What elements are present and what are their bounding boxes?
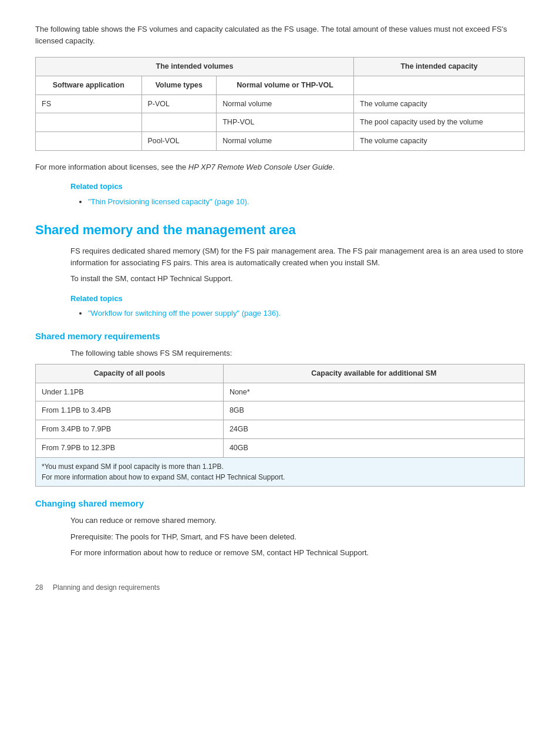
cell-34-79pb: From 3.4PB to 7.9PB [36, 420, 224, 439]
col-normal-thp: Normal volume or THP-VOL [217, 76, 354, 94]
col-capacity-all-pools: Capacity of all pools [36, 364, 224, 383]
thin-provisioning-link[interactable]: "Thin Provisioning licensed capacity" (p… [88, 197, 249, 206]
shared-memory-para-1: FS requires dedicated shared memory (SM)… [70, 245, 525, 268]
col-capacity-desc [354, 76, 525, 94]
cell-app-empty-1 [36, 113, 142, 132]
cell-app-fs: FS [36, 94, 142, 113]
cell-24gb: 24GB [223, 420, 524, 439]
table-row: From 1.1PB to 3.4PB 8GB [36, 401, 525, 420]
cell-79-123pb: From 7.9PB to 12.3PB [36, 438, 224, 457]
table-row: THP-VOL The pool capacity used by the vo… [36, 113, 525, 132]
shared-memory-requirements-heading: Shared memory requirements [35, 330, 525, 343]
shared-memory-section-heading: Shared memory and the management area [35, 220, 525, 239]
footnote-2: For more information about how to expand… [42, 473, 285, 481]
cell-normal-volume-1: Normal volume [217, 94, 354, 113]
table-row: Under 1.1PB None* [36, 383, 525, 401]
col-capacity-available: Capacity available for additional SM [223, 364, 524, 383]
page-number: 28 [35, 583, 43, 592]
page-footer: 28 Planning and design requirements [35, 582, 525, 593]
related-topics-list-2: "Workflow for switching off the power su… [88, 308, 525, 319]
col-software-application: Software application [36, 76, 142, 94]
footnote-cell: *You must expand SM if pool capacity is … [36, 457, 525, 486]
changing-shared-memory-para-1: You can reduce or remove shared memory. [70, 515, 525, 526]
changing-shared-memory-para-2: Prerequisite: The pools for THP, Smart, … [70, 531, 525, 543]
license-info: For more information about licenses, see… [35, 161, 525, 173]
table-row: Pool-VOL Normal volume The volume capaci… [36, 132, 525, 151]
cell-none: None* [223, 383, 524, 401]
intro-paragraph: The following table shows the FS volumes… [35, 23, 525, 46]
cell-thp-vol: THP-VOL [217, 113, 354, 132]
changing-shared-memory-para-3: For more information about how to reduce… [70, 547, 525, 559]
related-topics-heading-2: Related topics [70, 293, 525, 305]
col-intended-volumes: The intended volumes [36, 58, 354, 76]
changing-shared-memory-heading: Changing shared memory [35, 497, 525, 511]
cell-app-empty-2 [36, 132, 142, 151]
footnote-row: *You must expand SM if pool capacity is … [36, 457, 525, 486]
list-item: "Thin Provisioning licensed capacity" (p… [88, 196, 525, 208]
cell-pool-capacity: The pool capacity used by the volume [354, 113, 525, 132]
cell-under-11pb: Under 1.1PB [36, 383, 224, 401]
license-text-before: For more information about licenses, see… [35, 163, 188, 171]
footnote-1: *You must expand SM if pool capacity is … [42, 463, 224, 471]
license-italic: HP XP7 Remote Web Console User Guide [188, 163, 333, 171]
cell-normal-volume-2: Normal volume [217, 132, 354, 151]
fs-volumes-table: The intended volumes The intended capaci… [35, 57, 525, 151]
cell-pvol: P-VOL [141, 94, 217, 113]
table-row: From 7.9PB to 12.3PB 40GB [36, 438, 525, 457]
shared-memory-para-2: To install the SM, contact HP Technical … [70, 273, 525, 285]
table-row: From 3.4PB to 7.9PB 24GB [36, 420, 525, 439]
shared-memory-requirements-table: Capacity of all pools Capacity available… [35, 364, 525, 487]
cell-8gb: 8GB [223, 401, 524, 420]
license-text-after: . [333, 163, 335, 171]
list-item: "Workflow for switching off the power su… [88, 308, 525, 319]
shared-memory-requirements-intro: The following table shows FS SM requirem… [70, 347, 525, 359]
cell-pool-vol: Pool-VOL [141, 132, 217, 151]
cell-volume-capacity-2: The volume capacity [354, 132, 525, 151]
col-volume-types: Volume types [141, 76, 217, 94]
cell-11-34pb: From 1.1PB to 3.4PB [36, 401, 224, 420]
related-topics-heading-1: Related topics [70, 181, 525, 193]
cell-40gb: 40GB [223, 438, 524, 457]
footer-section: Planning and design requirements [53, 583, 160, 592]
workflow-link[interactable]: "Workflow for switching off the power su… [88, 309, 281, 318]
cell-pvol-empty [141, 113, 217, 132]
cell-volume-capacity: The volume capacity [354, 94, 525, 113]
related-topics-list-1: "Thin Provisioning licensed capacity" (p… [88, 196, 525, 208]
col-intended-capacity: The intended capacity [354, 58, 525, 76]
table-row: FS P-VOL Normal volume The volume capaci… [36, 94, 525, 113]
